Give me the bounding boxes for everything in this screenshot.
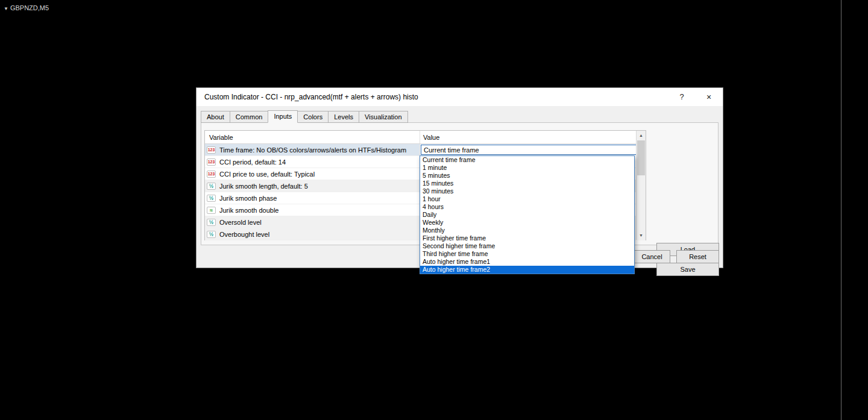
- cancel-button[interactable]: Cancel: [634, 250, 670, 263]
- param-label: Time frame: No OB/OS colors/arrows/alert…: [219, 146, 406, 154]
- tab-levels[interactable]: Levels: [328, 111, 359, 123]
- dropdown-item[interactable]: 15 minutes: [420, 180, 634, 187]
- help-button[interactable]: ?: [668, 88, 695, 106]
- tab-about[interactable]: About: [201, 111, 230, 123]
- param-label: Jurik smooth phase: [219, 195, 277, 202]
- double-param-icon: ½: [207, 195, 216, 202]
- table-header: Variable Value: [205, 131, 646, 144]
- table-scrollbar[interactable]: ▲ ▼: [636, 131, 646, 240]
- symbol-label: ▼GBPNZD,M5: [4, 4, 49, 11]
- mt4-chart-window: ▼GBPNZD,M5 Custom Indicator - CCI - nrp_…: [0, 0, 868, 420]
- chart-shift-icon: ▼: [4, 6, 8, 11]
- tab-colors[interactable]: Colors: [297, 111, 329, 123]
- column-header-variable[interactable]: Variable: [205, 131, 420, 143]
- dropdown-item[interactable]: Current time frame: [420, 156, 634, 164]
- param-label: Jurik smooth length, default: 5: [219, 183, 308, 190]
- dropdown-item[interactable]: First higher time frame: [420, 234, 634, 242]
- reset-button[interactable]: Reset: [676, 250, 719, 263]
- integer-param-icon: 123: [207, 146, 216, 154]
- integer-param-icon: 123: [207, 158, 216, 166]
- dropdown-item[interactable]: 30 minutes: [420, 187, 634, 195]
- scroll-up-icon[interactable]: ▲: [637, 131, 646, 140]
- param-label: Overbought level: [219, 231, 269, 238]
- dropdown-item[interactable]: 4 hours: [420, 203, 634, 211]
- column-header-value[interactable]: Value: [420, 131, 646, 143]
- tab-common[interactable]: Common: [230, 111, 269, 123]
- param-label: CCI period, default: 14: [219, 158, 286, 166]
- integer-param-icon: 123: [207, 171, 216, 178]
- double-param-icon: ½: [207, 219, 216, 226]
- dropdown-item[interactable]: 1 minute: [420, 164, 634, 172]
- tab-visualization[interactable]: Visualization: [359, 111, 408, 123]
- dropdown-item[interactable]: Second higher time frame: [420, 242, 634, 250]
- symbol-text: GBPNZD,M5: [10, 4, 49, 11]
- dialog-titlebar[interactable]: Custom Indicator - CCI - nrp_advanced(mt…: [197, 88, 723, 106]
- dropdown-item[interactable]: 1 hour: [420, 195, 634, 203]
- scrollbar-thumb[interactable]: [637, 140, 645, 175]
- dropdown-item[interactable]: Weekly: [420, 219, 634, 227]
- dropdown-item[interactable]: Third higher time frame: [420, 250, 634, 258]
- timeframe-dropdown: Current time frame1 minute5 minutes15 mi…: [420, 155, 635, 274]
- double-param-icon: ½: [207, 231, 216, 238]
- double-param-icon: ½: [207, 183, 216, 190]
- price-axis[interactable]: [841, 0, 868, 420]
- param-label: CCI price to use, default: Typical: [219, 171, 315, 178]
- dropdown-item[interactable]: 5 minutes: [420, 172, 634, 180]
- dialog-title: Custom Indicator - CCI - nrp_advanced(mt…: [204, 88, 418, 106]
- input-row[interactable]: 123Time frame: No OB/OS colors/arrows/al…: [205, 144, 646, 156]
- save-button[interactable]: Save: [656, 263, 719, 276]
- timeframe-combobox[interactable]: Current time frame: [421, 145, 645, 155]
- dropdown-item[interactable]: Auto higher time frame1: [420, 258, 634, 266]
- close-button[interactable]: ×: [695, 88, 723, 106]
- tab-inputs[interactable]: Inputs: [268, 110, 298, 123]
- param-label: Oversold level: [219, 219, 262, 226]
- dropdown-item[interactable]: Auto higher time frame2: [420, 266, 634, 274]
- dropdown-item[interactable]: Monthly: [420, 227, 634, 234]
- curve-param-icon: ≈: [207, 207, 216, 214]
- combobox-value: Current time frame: [424, 145, 479, 155]
- scroll-down-icon[interactable]: ▼: [637, 231, 646, 240]
- dialog-tabs: AboutCommonInputsColorsLevelsVisualizati…: [201, 110, 407, 123]
- dropdown-item[interactable]: Daily: [420, 211, 634, 219]
- param-label: Jurik smooth double: [219, 207, 278, 214]
